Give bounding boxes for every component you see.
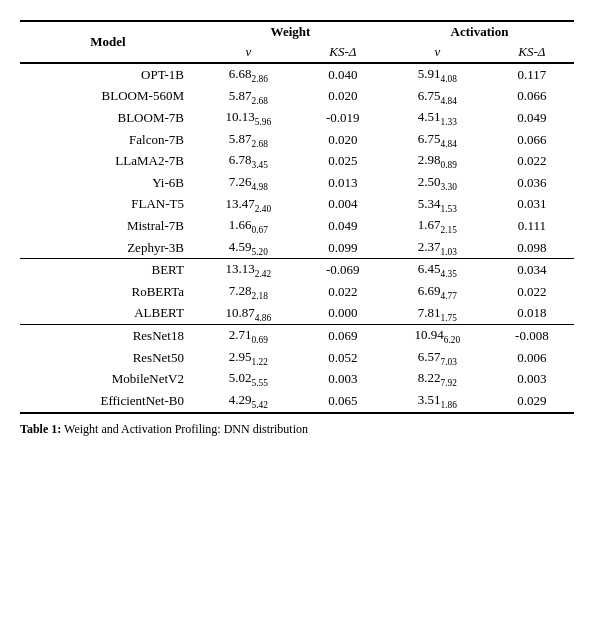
activation-nu-cell: 4.511.33 bbox=[385, 107, 490, 129]
weight-ks-cell: 0.049 bbox=[301, 215, 385, 237]
caption-label: Table 1: bbox=[20, 422, 61, 436]
model-cell: Zephyr-3B bbox=[20, 237, 196, 259]
weight-ks-cell: -0.019 bbox=[301, 107, 385, 129]
activation-ks-cell: 0.003 bbox=[490, 368, 574, 390]
weight-ks-cell: 0.099 bbox=[301, 237, 385, 259]
weight-nu-cell: 4.595.20 bbox=[196, 237, 301, 259]
table-caption: Table 1: Weight and Activation Profiling… bbox=[20, 422, 574, 437]
activation-ks-cell: 0.006 bbox=[490, 347, 574, 369]
weight-ks-cell: 0.022 bbox=[301, 281, 385, 303]
activation-ks-cell: 0.066 bbox=[490, 86, 574, 108]
model-cell: Mistral-7B bbox=[20, 215, 196, 237]
model-cell: RoBERTa bbox=[20, 281, 196, 303]
activation-ks-cell: 0.111 bbox=[490, 215, 574, 237]
weight-ks-cell: 0.025 bbox=[301, 150, 385, 172]
weight-nu-cell: 5.025.55 bbox=[196, 368, 301, 390]
model-cell: LLaMA2-7B bbox=[20, 150, 196, 172]
activation-nu-cell: 2.371.03 bbox=[385, 237, 490, 259]
weight-nu-cell: 5.872.68 bbox=[196, 86, 301, 108]
model-cell: Yi-6B bbox=[20, 172, 196, 194]
activation-nu-cell: 3.511.86 bbox=[385, 390, 490, 413]
model-header: Model bbox=[20, 21, 196, 63]
activation-ks-cell: 0.022 bbox=[490, 281, 574, 303]
weight-nu-cell: 5.872.68 bbox=[196, 129, 301, 151]
weight-nu-cell: 13.472.40 bbox=[196, 194, 301, 216]
activation-ks-header: KS-Δ bbox=[490, 42, 574, 63]
weight-nu-cell: 7.264.98 bbox=[196, 172, 301, 194]
table-row: MobileNetV25.025.550.0038.227.920.003 bbox=[20, 368, 574, 390]
weight-ks-cell: 0.069 bbox=[301, 325, 385, 347]
model-cell: ResNet50 bbox=[20, 347, 196, 369]
activation-header: Activation bbox=[385, 21, 574, 42]
weight-nu-cell: 13.132.42 bbox=[196, 259, 301, 281]
weight-nu-cell: 6.682.86 bbox=[196, 63, 301, 86]
activation-ks-cell: 0.034 bbox=[490, 259, 574, 281]
weight-nu-cell: 6.783.45 bbox=[196, 150, 301, 172]
weight-ks-header: KS-Δ bbox=[301, 42, 385, 63]
table-row: Yi-6B7.264.980.0132.503.300.036 bbox=[20, 172, 574, 194]
model-cell: BLOOM-560M bbox=[20, 86, 196, 108]
activation-ks-cell: -0.008 bbox=[490, 325, 574, 347]
activation-ks-cell: 0.117 bbox=[490, 63, 574, 86]
table-row: RoBERTa7.282.180.0226.694.770.022 bbox=[20, 281, 574, 303]
activation-ks-cell: 0.049 bbox=[490, 107, 574, 129]
table-row: FLAN-T513.472.400.0045.341.530.031 bbox=[20, 194, 574, 216]
weight-ks-cell: 0.003 bbox=[301, 368, 385, 390]
activation-ks-cell: 0.036 bbox=[490, 172, 574, 194]
activation-nu-cell: 6.694.77 bbox=[385, 281, 490, 303]
activation-nu-cell: 10.946.20 bbox=[385, 325, 490, 347]
table-row: LLaMA2-7B6.783.450.0252.980.890.022 bbox=[20, 150, 574, 172]
table-row: EfficientNet-B04.295.420.0653.511.860.02… bbox=[20, 390, 574, 413]
model-cell: MobileNetV2 bbox=[20, 368, 196, 390]
model-cell: OPT-1B bbox=[20, 63, 196, 86]
activation-nu-header: ν bbox=[385, 42, 490, 63]
weight-nu-cell: 4.295.42 bbox=[196, 390, 301, 413]
activation-nu-cell: 6.754.84 bbox=[385, 129, 490, 151]
weight-nu-cell: 1.660.67 bbox=[196, 215, 301, 237]
weight-ks-cell: 0.013 bbox=[301, 172, 385, 194]
weight-ks-cell: 0.020 bbox=[301, 129, 385, 151]
table-row: ResNet502.951.220.0526.577.030.006 bbox=[20, 347, 574, 369]
table-row: Mistral-7B1.660.670.0491.672.150.111 bbox=[20, 215, 574, 237]
table-row: BLOOM-560M5.872.680.0206.754.840.066 bbox=[20, 86, 574, 108]
weight-nu-cell: 10.135.96 bbox=[196, 107, 301, 129]
weight-ks-cell: 0.065 bbox=[301, 390, 385, 413]
model-cell: Falcon-7B bbox=[20, 129, 196, 151]
table-row: BLOOM-7B10.135.96-0.0194.511.330.049 bbox=[20, 107, 574, 129]
table-row: BERT13.132.42-0.0696.454.350.034 bbox=[20, 259, 574, 281]
table-row: ResNet182.710.690.06910.946.20-0.008 bbox=[20, 325, 574, 347]
model-cell: BERT bbox=[20, 259, 196, 281]
activation-ks-cell: 0.098 bbox=[490, 237, 574, 259]
weight-nu-cell: 2.710.69 bbox=[196, 325, 301, 347]
activation-ks-cell: 0.031 bbox=[490, 194, 574, 216]
table-row: ALBERT10.874.860.0007.811.750.018 bbox=[20, 303, 574, 325]
activation-ks-cell: 0.029 bbox=[490, 390, 574, 413]
activation-nu-cell: 1.672.15 bbox=[385, 215, 490, 237]
weight-nu-cell: 7.282.18 bbox=[196, 281, 301, 303]
activation-ks-cell: 0.066 bbox=[490, 129, 574, 151]
activation-nu-cell: 6.577.03 bbox=[385, 347, 490, 369]
table-row: Zephyr-3B4.595.200.0992.371.030.098 bbox=[20, 237, 574, 259]
activation-nu-cell: 2.980.89 bbox=[385, 150, 490, 172]
model-cell: BLOOM-7B bbox=[20, 107, 196, 129]
activation-nu-cell: 6.454.35 bbox=[385, 259, 490, 281]
weight-ks-cell: 0.040 bbox=[301, 63, 385, 86]
weight-nu-header: ν bbox=[196, 42, 301, 63]
weight-nu-cell: 10.874.86 bbox=[196, 303, 301, 325]
weight-nu-cell: 2.951.22 bbox=[196, 347, 301, 369]
activation-nu-cell: 6.754.84 bbox=[385, 86, 490, 108]
weight-ks-cell: 0.004 bbox=[301, 194, 385, 216]
model-cell: EfficientNet-B0 bbox=[20, 390, 196, 413]
weight-ks-cell: 0.000 bbox=[301, 303, 385, 325]
activation-ks-cell: 0.018 bbox=[490, 303, 574, 325]
activation-nu-cell: 5.914.08 bbox=[385, 63, 490, 86]
weight-ks-cell: 0.052 bbox=[301, 347, 385, 369]
model-cell: ResNet18 bbox=[20, 325, 196, 347]
weight-header: Weight bbox=[196, 21, 385, 42]
caption-text: Weight and Activation Profiling: DNN dis… bbox=[61, 422, 308, 436]
activation-nu-cell: 7.811.75 bbox=[385, 303, 490, 325]
table-row: OPT-1B6.682.860.0405.914.080.117 bbox=[20, 63, 574, 86]
table-row: Falcon-7B5.872.680.0206.754.840.066 bbox=[20, 129, 574, 151]
activation-nu-cell: 5.341.53 bbox=[385, 194, 490, 216]
model-cell: ALBERT bbox=[20, 303, 196, 325]
